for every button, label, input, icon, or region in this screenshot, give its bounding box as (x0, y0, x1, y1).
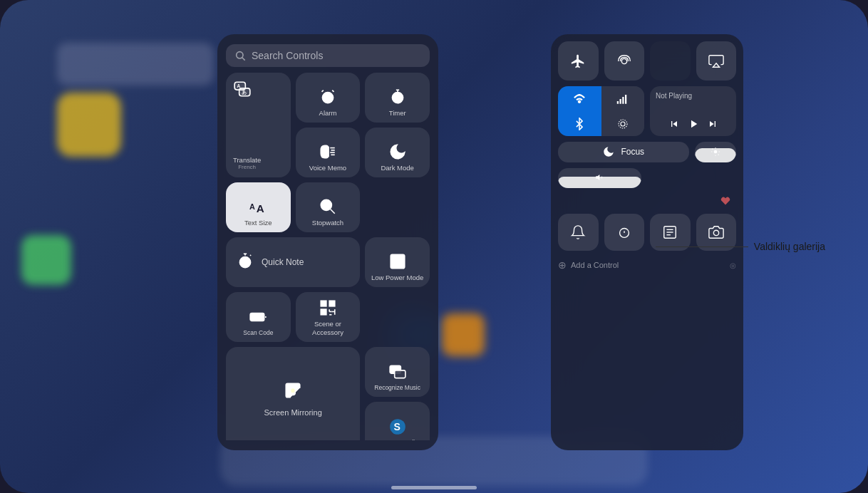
cc-brightness-slider[interactable] (695, 142, 737, 162)
cc-bell-btn[interactable] (558, 214, 599, 251)
cc-timer2-btn[interactable] (604, 214, 645, 251)
control-text-size[interactable]: A A Text Size (226, 182, 291, 232)
heart-icon (720, 196, 730, 206)
gallery-label-container: Valdiklių galerija (656, 241, 825, 252)
svg-rect-38 (322, 311, 324, 313)
cc-blank-btn (650, 41, 691, 81)
cc-focus-row: Focus (558, 142, 736, 188)
svg-point-59 (619, 120, 627, 128)
svg-line-1 (242, 58, 245, 61)
screen-mirroring-icon (388, 363, 407, 381)
timer-label: Timer (389, 109, 406, 117)
cc-network-block (558, 86, 644, 136)
cc-music-controls (656, 118, 730, 130)
scan-code-icon (319, 299, 337, 317)
control-translate[interactable]: A あ Translate French (226, 73, 291, 177)
cc-network-music-row: Not Playing (558, 86, 736, 136)
svg-rect-49 (394, 370, 405, 378)
svg-line-7 (321, 90, 323, 91)
scan-code-label: Scene or Accessory (300, 320, 356, 336)
cc-volume-slider[interactable] (558, 168, 641, 189)
cc-heart-area (558, 194, 736, 208)
alarm-icon (319, 88, 337, 106)
svg-point-52 (621, 58, 626, 63)
control-dark-mode[interactable]: Dark Mode (365, 128, 430, 177)
timer-icon (388, 88, 407, 106)
svg-marker-68 (596, 175, 599, 180)
svg-line-64 (712, 148, 713, 149)
cc-airdrop-btn[interactable] (604, 41, 645, 81)
cc-airplay-btn[interactable] (696, 41, 737, 81)
gallery-line (656, 246, 748, 247)
cc-display-btn[interactable] (601, 111, 645, 136)
magnifier-icon (319, 197, 337, 216)
cellular-icon (616, 93, 629, 105)
recognize-music-label: Screen Recording (373, 439, 422, 440)
cc-music-label: Not Playing (656, 92, 730, 100)
control-alarm[interactable]: Alarm (296, 73, 361, 123)
cc-add-control-label[interactable]: Add a Control (571, 261, 619, 269)
cc-focus-btn[interactable]: Focus (558, 142, 689, 162)
prev-icon[interactable] (668, 118, 680, 130)
svg-point-69 (619, 229, 629, 238)
svg-point-58 (621, 122, 625, 126)
control-recognize-music[interactable]: S Screen Recording (365, 402, 430, 440)
low-power-label: Scan Code (243, 329, 273, 336)
cc-bluetooth-btn[interactable] (558, 111, 601, 136)
svg-point-74 (713, 230, 718, 235)
svg-text:あ: あ (242, 90, 247, 95)
control-low-power[interactable]: Scan Code (226, 292, 291, 342)
volume-icon (595, 172, 605, 182)
svg-point-0 (237, 52, 243, 58)
svg-line-20 (331, 209, 335, 213)
svg-marker-53 (713, 63, 719, 67)
control-screen-mirroring[interactable]: Recognize Music (365, 347, 430, 397)
gallery-label: Valdiklių galerija (754, 241, 825, 252)
cc-cellular-btn[interactable] (601, 86, 645, 111)
timer2-icon (616, 224, 632, 240)
control-scene[interactable]: Screen Mirroring (226, 347, 360, 440)
bell-icon (570, 224, 586, 240)
svg-rect-60 (714, 121, 715, 127)
control-quick-note[interactable]: Low Power Mode (365, 237, 430, 287)
alarm-label: Alarm (319, 109, 337, 117)
airdrop-icon (616, 53, 632, 69)
display-icon (616, 118, 629, 130)
home-indicator (391, 486, 477, 489)
scene-label: Screen Mirroring (264, 408, 322, 417)
svg-point-61 (713, 150, 717, 153)
next-icon[interactable] (707, 118, 718, 130)
search-bar[interactable]: Search Controls (226, 44, 430, 67)
cc-focus-label: Focus (621, 147, 644, 157)
svg-rect-54 (617, 101, 619, 104)
cc-wifi-btn[interactable] (558, 86, 601, 111)
svg-line-8 (332, 90, 334, 91)
play-icon[interactable] (687, 118, 700, 130)
svg-rect-34 (322, 303, 324, 305)
magnifier-label: Stopwatch (312, 219, 343, 227)
airplane-icon (570, 53, 586, 69)
low-power-icon (249, 308, 267, 326)
screen-mirroring-label: Recognize Music (374, 384, 420, 391)
control-scan-code[interactable]: Scene or Accessory (296, 292, 361, 342)
voice-memo-icon (319, 142, 337, 161)
control-magnifier[interactable]: Stopwatch (296, 182, 361, 232)
wifi-icon (573, 93, 586, 105)
cc-airplane-btn[interactable] (558, 41, 599, 81)
quick-note-label: Low Power Mode (371, 274, 423, 281)
control-timer[interactable]: Timer (365, 73, 430, 123)
dark-mode-label: Dark Mode (381, 164, 413, 172)
moon-icon (602, 145, 615, 158)
svg-rect-56 (622, 97, 624, 104)
svg-point-21 (239, 257, 250, 268)
control-stopwatch[interactable]: Quick Note (226, 237, 360, 287)
radio-icon: ◎ (730, 261, 736, 269)
control-voice-memo[interactable]: Voice Memo (296, 128, 361, 177)
airplay-icon (708, 53, 724, 69)
cc-top-row (558, 41, 736, 81)
dark-mode-icon (388, 142, 407, 161)
svg-text:A: A (257, 202, 264, 214)
quick-note-icon (388, 252, 407, 271)
stopwatch-label: Quick Note (262, 257, 304, 267)
brightness-icon (711, 147, 720, 157)
